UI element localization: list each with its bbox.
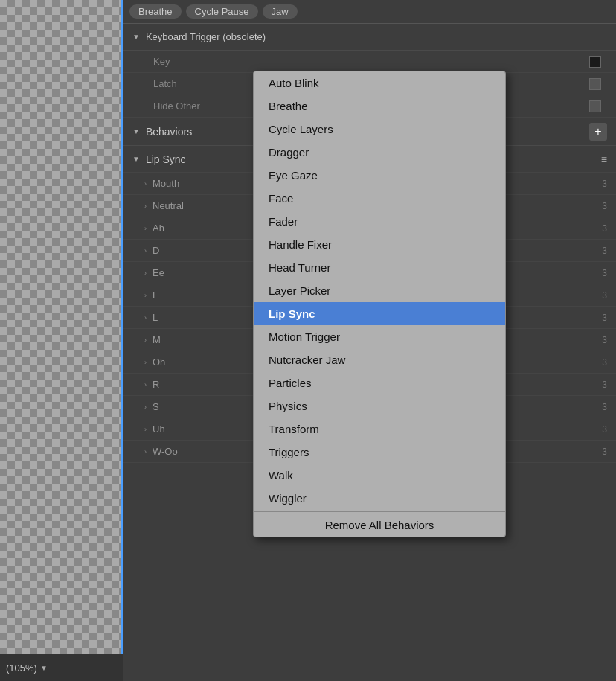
dropdown-cycle-layers[interactable]: Cycle Layers [254,118,505,141]
s-label: S [153,401,159,412]
ee-label: Ee [153,267,164,278]
dropdown-particles[interactable]: Particles [254,371,505,394]
l-expand-icon: › [144,314,147,322]
d-expand-icon: › [144,247,147,255]
key-value-box[interactable] [589,56,601,68]
latch-checkbox[interactable] [589,78,601,90]
dropdown-nutcracker-jaw[interactable]: Nutcracker Jaw [254,348,505,371]
f-expand-icon: › [144,292,147,299]
dropdown-lip-sync[interactable]: Lip Sync [254,302,505,325]
key-label: Key [153,56,589,67]
dropdown-triggers[interactable]: Triggers [254,441,505,464]
tag-cycle-pause[interactable]: Cycle Pause [186,4,258,19]
dropdown-divider [254,511,505,512]
f-badge: 3 [602,290,607,301]
dropdown-motion-trigger[interactable]: Motion Trigger [254,325,505,348]
ee-expand-icon: › [144,269,147,277]
dropdown-layer-picker[interactable]: Layer Picker [254,279,505,302]
dropdown-handle-fixer[interactable]: Handle Fixer [254,233,505,256]
behaviors-title: Behaviors [146,126,192,138]
mouth-label: Mouth [153,178,179,189]
f-label: F [153,290,158,301]
ah-label: Ah [153,223,164,234]
dropdown-breathe[interactable]: Breathe [254,95,505,118]
woo-badge: 3 [602,447,607,457]
s-expand-icon: › [144,403,147,411]
d-label: D [153,245,159,256]
zoom-dropdown-icon[interactable]: ▼ [40,664,48,672]
key-row: Key [123,51,616,73]
dropdown-wiggler[interactable]: Wiggler [254,487,505,510]
ah-badge: 3 [602,223,607,234]
canvas-panel [0,0,123,681]
mouth-expand-icon: › [144,180,147,188]
dropdown-physics[interactable]: Physics [254,394,505,418]
d-badge: 3 [602,246,607,256]
r-label: R [153,379,159,390]
r-expand-icon: › [144,381,147,389]
dropdown-walk[interactable]: Walk [254,464,505,487]
behavior-dropdown[interactable]: Auto Blink Breathe Cycle Layers Dragger … [253,71,506,537]
oh-label: Oh [153,357,165,368]
m-label: M [153,334,161,345]
m-expand-icon: › [144,336,147,344]
mouth-badge: 3 [602,179,607,189]
m-badge: 3 [602,335,607,345]
tags-row: Breathe Cycle Pause Jaw [123,0,616,24]
lip-sync-title: Lip Sync [146,153,186,165]
r-badge: 3 [602,380,607,390]
tag-breathe[interactable]: Breathe [129,4,182,19]
zoom-bar: (105%) ▼ [0,654,123,681]
dropdown-dragger[interactable]: Dragger [254,141,505,164]
behaviors-chevron: ▼ [132,127,140,135]
uh-label: Uh [153,423,165,435]
l-badge: 3 [602,313,607,323]
dropdown-transform[interactable]: Transform [254,418,505,441]
panel-divider [121,0,123,681]
lip-sync-menu-icon[interactable]: ≡ [601,153,607,165]
dropdown-fader[interactable]: Fader [254,210,505,233]
tag-jaw[interactable]: Jaw [263,4,298,19]
uh-badge: 3 [602,424,607,435]
oh-expand-icon: › [144,359,147,366]
l-label: L [153,312,158,323]
neutral-badge: 3 [602,201,607,211]
hide-other-checkbox[interactable] [589,100,601,112]
ah-expand-icon: › [144,225,147,232]
dropdown-eye-gaze[interactable]: Eye Gaze [254,164,505,187]
oh-badge: 3 [602,357,607,368]
woo-label: W-Oo [153,446,178,457]
keyboard-trigger-chevron: ▼ [132,33,140,41]
uh-expand-icon: › [144,426,147,433]
add-behavior-button[interactable]: + [589,123,607,141]
lip-sync-chevron: ▼ [132,155,140,163]
remove-all-behaviors-button[interactable]: Remove All Behaviors [254,514,505,537]
s-badge: 3 [602,402,607,412]
woo-expand-icon: › [144,448,147,455]
keyboard-trigger-title: Keyboard Trigger (obsolete) [146,31,266,42]
neutral-label: Neutral [153,200,184,211]
zoom-label: (105%) [6,662,37,674]
ee-badge: 3 [602,268,607,278]
keyboard-trigger-header[interactable]: ▼ Keyboard Trigger (obsolete) [123,24,616,51]
dropdown-face[interactable]: Face [254,187,505,210]
dropdown-head-turner[interactable]: Head Turner [254,256,505,279]
neutral-expand-icon: › [144,202,147,210]
dropdown-auto-blink[interactable]: Auto Blink [254,71,505,95]
